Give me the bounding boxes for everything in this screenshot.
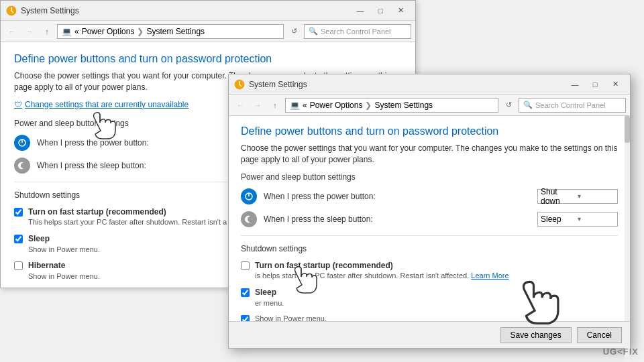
bg-address-bar: ← → ↑ 💻 « Power Options ❯ System Setting… bbox=[1, 21, 415, 42]
fg-titlebar: System Settings — □ ✕ bbox=[229, 74, 630, 95]
fg-checkbox-hibernate: Show in Power menu. bbox=[241, 314, 618, 321]
bg-sleep-cb-sub: Show in Power menu. bbox=[28, 245, 100, 255]
fg-sleep-cb-label: Sleep bbox=[255, 287, 284, 298]
fg-sleep-value: Sleep bbox=[541, 215, 578, 224]
bg-power-icon bbox=[14, 135, 30, 151]
bg-breadcrumb-part1[interactable]: Power Options bbox=[82, 27, 135, 36]
bg-search-box[interactable]: 🔍 Search Control Panel bbox=[304, 24, 411, 39]
fg-breadcrumb-icon: 💻 bbox=[290, 101, 300, 110]
bg-hibernate-sub: Show in Power menu. bbox=[28, 272, 100, 282]
bg-refresh-button[interactable]: ↺ bbox=[286, 24, 301, 39]
fg-sleep-row: When I press the sleep button: Sleep ▾ bbox=[241, 211, 618, 227]
fg-power-value: Shut down bbox=[541, 187, 578, 206]
bg-window-title: System Settings bbox=[21, 6, 351, 15]
bg-sleep-icon bbox=[14, 158, 30, 174]
bg-breadcrumb[interactable]: 💻 « Power Options ❯ System Settings bbox=[57, 24, 284, 39]
fg-hibernate-checkbox[interactable] bbox=[241, 315, 250, 321]
fg-sleep-icon bbox=[241, 211, 257, 227]
fg-close-button[interactable]: ✕ bbox=[606, 77, 625, 92]
bg-sleep-checkbox[interactable] bbox=[14, 235, 23, 243]
fg-power-row: When I press the power button: Shut down… bbox=[241, 188, 618, 204]
bg-forward-button[interactable]: → bbox=[22, 24, 37, 39]
fg-shutdown-label: Shutdown settings bbox=[241, 244, 618, 253]
fg-window-title: System Settings bbox=[249, 80, 566, 89]
fg-divider bbox=[241, 235, 618, 236]
fg-page-heading: Define power buttons and turn on passwor… bbox=[241, 125, 618, 137]
fg-breadcrumb-part2: System Settings bbox=[374, 101, 433, 110]
fg-breadcrumb[interactable]: 💻 « Power Options ❯ System Settings bbox=[285, 98, 498, 113]
fg-breadcrumb-part1[interactable]: Power Options bbox=[310, 101, 363, 110]
fg-power-sleep-label: Power and sleep button settings bbox=[241, 172, 618, 182]
fg-sleep-label: When I press the sleep button: bbox=[264, 215, 531, 224]
fg-sleep-cb-sub: er menu. bbox=[255, 298, 284, 308]
bg-hibernate-label: Hibernate bbox=[28, 260, 100, 272]
fg-sleep-checkbox[interactable] bbox=[241, 288, 250, 297]
fg-fast-startup-label: Turn on fast startup (recommended) bbox=[255, 260, 509, 272]
fg-minimize-button[interactable]: — bbox=[566, 77, 584, 92]
bg-search-placeholder: Search Control Panel bbox=[321, 27, 391, 36]
fg-power-label: When I press the power button: bbox=[264, 192, 531, 201]
fg-maximize-button[interactable]: □ bbox=[586, 77, 604, 92]
fg-fast-startup-sub: is helps start your PC faster after shut… bbox=[255, 271, 509, 281]
watermark: UG<FIX bbox=[603, 347, 639, 357]
fg-back-button[interactable]: ← bbox=[233, 98, 248, 113]
bg-breadcrumb-part2: System Settings bbox=[146, 27, 205, 36]
fg-refresh-button[interactable]: ↺ bbox=[501, 98, 516, 113]
bg-fast-startup-label: Turn on fast startup (recommended) bbox=[28, 206, 227, 218]
fg-checkbox-sleep: Sleep er menu. bbox=[241, 287, 618, 308]
bg-fast-startup-sub: This helps start your PC faster after sh… bbox=[28, 217, 227, 227]
bg-shield-icon: 🛡 bbox=[14, 100, 22, 109]
bg-window-icon bbox=[6, 5, 17, 16]
bg-sleep-cb-label: Sleep bbox=[28, 233, 100, 245]
bg-back-button[interactable]: ← bbox=[5, 24, 19, 39]
fg-page-desc: Choose the power settings that you want … bbox=[241, 143, 618, 166]
fg-cancel-button[interactable]: Cancel bbox=[577, 327, 622, 343]
fg-learn-more-link[interactable]: Learn More bbox=[471, 272, 508, 280]
foreground-window: System Settings — □ ✕ ← → ↑ 💻 « Power Op… bbox=[228, 74, 631, 349]
bg-titlebar: System Settings — □ ✕ bbox=[1, 1, 415, 21]
fg-sleep-dropdown-arrow: ▾ bbox=[578, 215, 614, 223]
fg-window-controls: — □ ✕ bbox=[566, 77, 625, 92]
fg-forward-button[interactable]: → bbox=[250, 98, 265, 113]
fg-fast-startup-checkbox[interactable] bbox=[241, 261, 250, 270]
fg-power-dropdown-arrow: ▾ bbox=[578, 192, 614, 200]
fg-search-icon: 🔍 bbox=[523, 101, 533, 109]
fg-search-placeholder: Search Control Panel bbox=[535, 101, 606, 109]
bg-window-controls: — □ ✕ bbox=[351, 3, 410, 18]
bg-breadcrumb-icon: 💻 bbox=[62, 27, 72, 36]
bg-close-button[interactable]: ✕ bbox=[391, 3, 410, 18]
fg-up-button[interactable]: ↑ bbox=[268, 98, 282, 113]
fg-scrollbar-thumb[interactable] bbox=[625, 116, 630, 143]
fg-hibernate-sub: Show in Power menu. bbox=[255, 314, 327, 321]
fg-power-icon bbox=[241, 188, 257, 204]
bg-maximize-button[interactable]: □ bbox=[371, 3, 390, 18]
fg-address-bar: ← → ↑ 💻 « Power Options ❯ System Setting… bbox=[229, 95, 630, 116]
fg-power-dropdown[interactable]: Shut down ▾ bbox=[537, 189, 618, 204]
fg-bottom-bar: Save changes Cancel bbox=[229, 321, 630, 348]
fg-checkbox-fast-startup: Turn on fast startup (recommended) is he… bbox=[241, 260, 618, 282]
fg-window-content: Define power buttons and turn on passwor… bbox=[229, 116, 630, 321]
bg-search-icon: 🔍 bbox=[309, 27, 318, 36]
fg-search-box[interactable]: 🔍 Search Control Panel bbox=[519, 98, 626, 113]
bg-page-heading: Define power buttons and turn on passwor… bbox=[14, 53, 402, 65]
bg-minimize-button[interactable]: — bbox=[351, 3, 370, 18]
bg-up-button[interactable]: ↑ bbox=[40, 24, 54, 39]
fg-save-button[interactable]: Save changes bbox=[500, 327, 572, 343]
bg-hibernate-checkbox[interactable] bbox=[14, 261, 23, 270]
fg-sleep-dropdown[interactable]: Sleep ▾ bbox=[537, 212, 618, 227]
fg-window-icon bbox=[234, 79, 245, 90]
bg-fast-startup-checkbox[interactable] bbox=[14, 208, 23, 217]
